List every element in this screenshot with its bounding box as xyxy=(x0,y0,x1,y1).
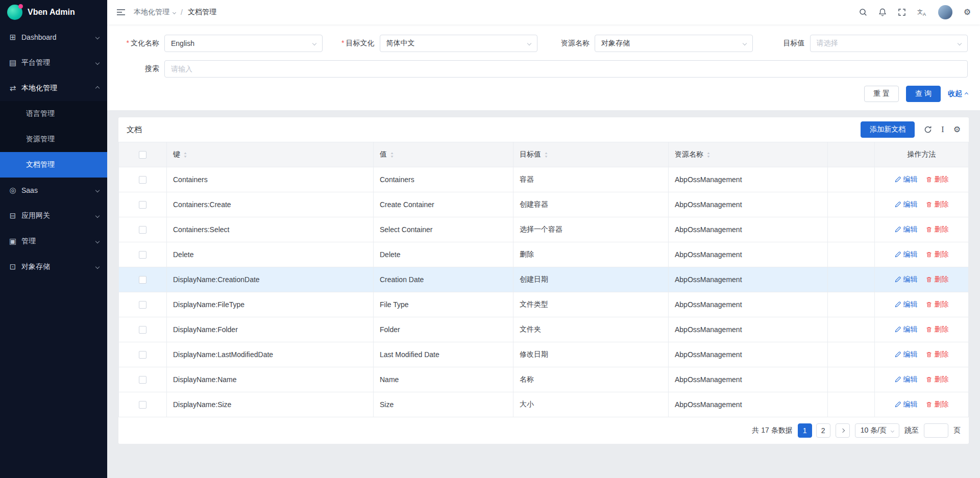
app-logo[interactable]: Vben Admin xyxy=(0,0,107,24)
column-header[interactable]: 资源名称▲▼ xyxy=(669,142,828,167)
row-checkbox[interactable] xyxy=(139,326,146,334)
sidebar-subitem-资源管理[interactable]: 资源管理 xyxy=(0,127,107,152)
column-header[interactable]: 值▲▼ xyxy=(374,142,513,167)
chevron-down-icon xyxy=(527,41,531,45)
management-icon: ▣ xyxy=(8,237,17,246)
cell-key: DisplayName:LastModifiedDate xyxy=(167,342,374,367)
cell-empty xyxy=(828,217,875,242)
delete-button[interactable]: 删除 xyxy=(926,275,949,284)
add-document-button[interactable]: 添加新文档 xyxy=(861,121,915,138)
sidebar-item-对象存储[interactable]: ⊡对象存储 xyxy=(0,254,107,280)
select-all-checkbox[interactable] xyxy=(139,151,146,159)
sort-icon[interactable]: ▲▼ xyxy=(545,152,548,158)
search-icon[interactable] xyxy=(859,8,867,16)
column-settings-icon[interactable]: ⚙ xyxy=(953,125,961,134)
edit-button[interactable]: 编辑 xyxy=(895,375,918,384)
content-area: 文化名称 English 目标文化 简体中文 资源名称 xyxy=(107,24,980,478)
sort-icon[interactable]: ▲▼ xyxy=(390,152,394,158)
row-checkbox[interactable] xyxy=(139,376,146,384)
row-checkbox[interactable] xyxy=(139,251,146,259)
cell-value: Create Container xyxy=(374,192,513,217)
sidebar-item-应用网关[interactable]: ⊟应用网关 xyxy=(0,203,107,229)
delete-button[interactable]: 删除 xyxy=(926,300,949,309)
table-row: ContainersContainers容器AbpOssManagement编辑… xyxy=(119,167,969,192)
edit-button[interactable]: 编辑 xyxy=(895,325,918,334)
cell-value: Last Modified Date xyxy=(374,342,513,367)
translate-icon[interactable]: 文A xyxy=(917,8,927,16)
target-culture-select[interactable]: 简体中文 xyxy=(380,35,538,52)
row-checkbox[interactable] xyxy=(139,226,146,234)
search-input[interactable] xyxy=(164,60,968,78)
sidebar-item-label: 应用网关 xyxy=(21,211,92,220)
platform-icon: ▤ xyxy=(8,58,17,67)
jump-page-input[interactable] xyxy=(924,423,948,438)
chevron-down-icon xyxy=(95,214,100,218)
table-header-row: 键▲▼值▲▼目标值▲▼资源名称▲▼操作方法 xyxy=(119,142,969,167)
field-resource-name: 资源名称 对象存储 xyxy=(550,35,753,52)
breadcrumb-separator: / xyxy=(181,8,183,16)
row-checkbox[interactable] xyxy=(139,351,146,359)
page-button-1[interactable]: 1 xyxy=(798,423,812,438)
chevron-up-icon xyxy=(95,86,100,90)
delete-button[interactable]: 删除 xyxy=(926,225,949,234)
query-button[interactable]: 查 询 xyxy=(906,86,941,102)
row-checkbox[interactable] xyxy=(139,276,146,284)
delete-button[interactable]: 删除 xyxy=(926,250,949,259)
edit-button[interactable]: 编辑 xyxy=(895,250,918,259)
fullscreen-icon[interactable] xyxy=(898,8,906,16)
sidebar-item-Saas[interactable]: ◎Saas xyxy=(0,178,107,203)
delete-button[interactable]: 删除 xyxy=(926,175,949,184)
edit-button[interactable]: 编辑 xyxy=(895,200,918,209)
edit-button[interactable]: 编辑 xyxy=(895,175,918,184)
sidebar-item-管理[interactable]: ▣管理 xyxy=(0,229,107,254)
settings-icon[interactable]: ⚙ xyxy=(964,8,971,16)
resource-name-label: 资源名称 xyxy=(550,39,595,48)
sort-icon[interactable]: ▲▼ xyxy=(184,152,187,158)
collapse-link[interactable]: 收起 xyxy=(948,89,968,98)
sidebar-item-本地化管理[interactable]: ⇄本地化管理 xyxy=(0,76,107,101)
sidebar-item-平台管理[interactable]: ▤平台管理 xyxy=(0,50,107,76)
bell-icon[interactable] xyxy=(878,8,887,16)
row-height-icon[interactable]: I xyxy=(941,125,944,134)
sidebar-subitem-语言管理[interactable]: 语言管理 xyxy=(0,101,107,127)
edit-button[interactable]: 编辑 xyxy=(895,350,918,359)
row-checkbox[interactable] xyxy=(139,176,146,184)
query-form: 文化名称 English 目标文化 简体中文 资源名称 xyxy=(107,24,980,110)
reset-button[interactable]: 重 置 xyxy=(864,86,899,102)
column-header[interactable]: 键▲▼ xyxy=(167,142,374,167)
delete-button[interactable]: 删除 xyxy=(926,350,949,359)
cell-target-value: 修改日期 xyxy=(513,342,669,367)
next-page-button[interactable] xyxy=(836,423,850,438)
target-value-label: 目标值 xyxy=(765,39,810,48)
delete-button[interactable]: 删除 xyxy=(926,400,949,409)
jump-prefix: 跳至 xyxy=(904,426,919,435)
resource-name-select[interactable]: 对象存储 xyxy=(595,35,753,52)
delete-button[interactable]: 删除 xyxy=(926,200,949,209)
sidebar-item-Dashboard[interactable]: ⊞Dashboard xyxy=(0,24,107,50)
culture-name-select[interactable]: English xyxy=(164,35,323,52)
sidebar-subitem-文档管理[interactable]: 文档管理 xyxy=(0,152,107,178)
refresh-icon[interactable] xyxy=(924,125,932,134)
edit-button[interactable]: 编辑 xyxy=(895,300,918,309)
row-checkbox[interactable] xyxy=(139,201,146,209)
cell-key: DisplayName:FileType xyxy=(167,292,374,317)
edit-button[interactable]: 编辑 xyxy=(895,275,918,284)
delete-button[interactable]: 删除 xyxy=(926,375,949,384)
page-button-2[interactable]: 2 xyxy=(816,423,830,438)
trash-icon xyxy=(926,376,932,383)
page-size-select[interactable]: 10 条/页 xyxy=(855,423,899,438)
avatar[interactable] xyxy=(938,5,952,19)
sort-icon[interactable]: ▲▼ xyxy=(707,152,710,158)
chevron-down-icon xyxy=(958,41,962,45)
edit-button[interactable]: 编辑 xyxy=(895,400,918,409)
row-checkbox[interactable] xyxy=(139,401,146,409)
table-row: DisplayName:LastModifiedDateLast Modifie… xyxy=(119,342,969,367)
delete-button[interactable]: 删除 xyxy=(926,325,949,334)
target-value-select[interactable]: 请选择 xyxy=(810,35,968,52)
breadcrumb-item-localization[interactable]: 本地化管理 xyxy=(134,8,176,17)
edit-button[interactable]: 编辑 xyxy=(895,225,918,234)
row-checkbox[interactable] xyxy=(139,301,146,309)
cell-empty xyxy=(828,392,875,417)
column-header[interactable]: 目标值▲▼ xyxy=(513,142,669,167)
menu-fold-icon[interactable] xyxy=(116,8,126,16)
